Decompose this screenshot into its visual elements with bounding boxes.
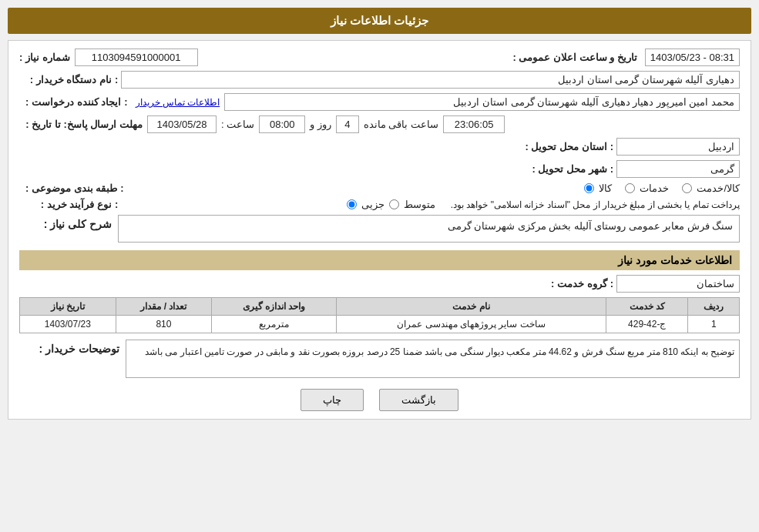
ijad-label: ایجاد کننده درخواست : bbox=[19, 96, 121, 108]
sharh-value: سنگ فرش معابر عمومی روستای آلیله بخش مرک… bbox=[118, 215, 740, 243]
contact-link[interactable]: اطلاعات تماس خریدار bbox=[136, 97, 220, 108]
tawzih-label: توضیحات خریدار : bbox=[19, 340, 119, 355]
row-nam-dastgah: دهیاری آلیله شهرستان گرمی استان اردبیل :… bbox=[19, 71, 740, 89]
row-sharh: سنگ فرش معابر عمومی روستای آلیله بخش مرک… bbox=[19, 215, 740, 243]
mohlat-date-value: 1403/05/28 bbox=[147, 115, 217, 133]
radio-khadamat[interactable]: خدمات bbox=[623, 182, 669, 194]
nam-dastgah-value: دهیاری آلیله شهرستان گرمی استان اردبیل bbox=[121, 71, 740, 89]
col-nam: نام خدمت bbox=[336, 298, 606, 316]
radio-kala-label: کالا bbox=[599, 182, 612, 194]
grohe-khadamat-value: ساختمان bbox=[616, 275, 740, 293]
radio-motavaset-input[interactable] bbox=[389, 199, 399, 209]
col-vahed: واحد اندازه گیری bbox=[212, 298, 337, 316]
col-radif: ردیف bbox=[688, 298, 740, 316]
mohlat-baqi-label: ساعت باقی مانده bbox=[364, 119, 438, 130]
row-ostan: اردبیل : استان محل تحویل : bbox=[19, 138, 740, 156]
chap-button[interactable]: چاپ bbox=[301, 389, 364, 411]
mohlat-saat-label: ساعت : bbox=[221, 119, 254, 130]
row-tabaqe: کالا/خدمت خدمات کالا : طبقه بندی موضوعی … bbox=[19, 182, 740, 194]
radio-kala[interactable]: کالا bbox=[582, 182, 612, 194]
shahr-value: گرمی bbox=[616, 160, 740, 178]
radio-khadamat-label: خدمات bbox=[640, 182, 669, 194]
row-shahr: گرمی : شهر محل تحویل : bbox=[19, 160, 740, 178]
tabaqe-label: طبقه بندی موضوعی : bbox=[19, 182, 117, 194]
radio-jozyi-input[interactable] bbox=[347, 199, 357, 209]
row-ijad: محمد امین امیرپور دهیار دهیاری آلیله شهر… bbox=[19, 93, 740, 111]
page-header: جزئیات اطلاعات نیاز bbox=[8, 8, 751, 34]
row-mohlat: 23:06:05 ساعت باقی مانده 4 روز و 08:00 س… bbox=[19, 115, 740, 133]
shomare-niyaz-label: شماره نیاز : bbox=[19, 52, 70, 63]
cell-vahed: مترمربع bbox=[212, 316, 337, 333]
bazgasht-button[interactable]: بازگشت bbox=[379, 389, 458, 411]
radio-jozyi[interactable]: جزیی bbox=[344, 199, 385, 210]
radio-kala-khadamat[interactable]: کالا/خدمت bbox=[680, 182, 740, 194]
radio-motavaset[interactable]: متوسط bbox=[387, 199, 435, 210]
tarikh-label: تاریخ و ساعت اعلان عمومی : bbox=[512, 52, 636, 63]
services-table: ردیف کد خدمت نام خدمت واحد اندازه گیری ت… bbox=[19, 297, 740, 333]
shahr-label: شهر محل تحویل : bbox=[515, 163, 607, 175]
ostan-label: استان محل تحویل : bbox=[515, 141, 607, 152]
page-wrapper: جزئیات اطلاعات نیاز 1403/05/23 - 08:31 ت… bbox=[0, 0, 759, 532]
mohlat-rooz-label: روز و bbox=[310, 119, 331, 130]
sharh-label: شرح کلی نیاز : bbox=[19, 215, 112, 230]
mohlat-baqi-value: 23:06:05 bbox=[443, 115, 505, 133]
cell-radif: 1 bbox=[688, 316, 740, 333]
mohlat-label: مهلت ارسال پاسخ: تا تاریخ : bbox=[19, 119, 143, 130]
noekharid-note: پرداخت تمام یا بخشی از مبلغ خریدار از مح… bbox=[451, 199, 740, 210]
mohlat-rooz-value: 4 bbox=[336, 115, 359, 133]
radio-motavaset-label: متوسط bbox=[404, 199, 435, 210]
noekharid-label: نوع فرآیند خرید : bbox=[19, 199, 112, 210]
radio-khadamat-input[interactable] bbox=[625, 183, 635, 193]
buttons-row: بازگشت چاپ bbox=[19, 389, 740, 411]
khadamat-section-header: اطلاعات خدمات مورد نیاز bbox=[19, 250, 740, 270]
col-tedad: تعداد / مقدار bbox=[116, 298, 212, 316]
radio-jozyi-label: جزیی bbox=[361, 199, 385, 210]
radio-kala-khadamat-label: کالا/خدمت bbox=[697, 182, 740, 194]
mohlat-saat-value: 08:00 bbox=[259, 115, 305, 133]
cell-kod: ج-42-429 bbox=[606, 316, 688, 333]
radio-kala-khadamat-input[interactable] bbox=[682, 183, 692, 193]
radio-kala-input[interactable] bbox=[584, 183, 594, 193]
row-grohe-khadamat: ساختمان : گروه خدمت : bbox=[19, 275, 740, 293]
nam-dastgah-label: نام دستگاه خریدار : bbox=[19, 74, 112, 85]
col-kod: کد خدمت bbox=[606, 298, 688, 316]
header-title: جزئیات اطلاعات نیاز bbox=[331, 14, 428, 27]
ijad-value: محمد امین امیرپور دهیار دهیاری آلیله شهر… bbox=[224, 93, 740, 111]
main-card: 1403/05/23 - 08:31 تاریخ و ساعت اعلان عم… bbox=[8, 40, 751, 420]
tawzih-value: توضیح به اینکه 810 متر مربع سنگ فرش و 44… bbox=[126, 340, 740, 378]
row-tawzih: توضیح به اینکه 810 متر مربع سنگ فرش و 44… bbox=[19, 340, 740, 378]
tarikh-value: 1403/05/23 - 08:31 bbox=[645, 49, 740, 66]
cell-tedad: 810 bbox=[116, 316, 212, 333]
row-shomare-tarikh: 1403/05/23 - 08:31 تاریخ و ساعت اعلان عم… bbox=[19, 49, 740, 66]
ostan-value: اردبیل bbox=[616, 138, 740, 156]
table-row: 1ج-42-429ساخت سایر پروژههای مهندسی عمران… bbox=[20, 316, 740, 333]
col-tarikh: تاریخ نیاز bbox=[20, 298, 116, 316]
row-noe-kharid: پرداخت تمام یا بخشی از مبلغ خریدار از مح… bbox=[19, 199, 740, 210]
cell-nam: ساخت سایر پروژههای مهندسی عمران bbox=[336, 316, 606, 333]
shomare-niyaz-value: 1103094591000001 bbox=[75, 49, 198, 66]
cell-tarikh: 1403/07/23 bbox=[20, 316, 116, 333]
grohe-khadamat-label: گروه خدمت : bbox=[515, 278, 607, 289]
